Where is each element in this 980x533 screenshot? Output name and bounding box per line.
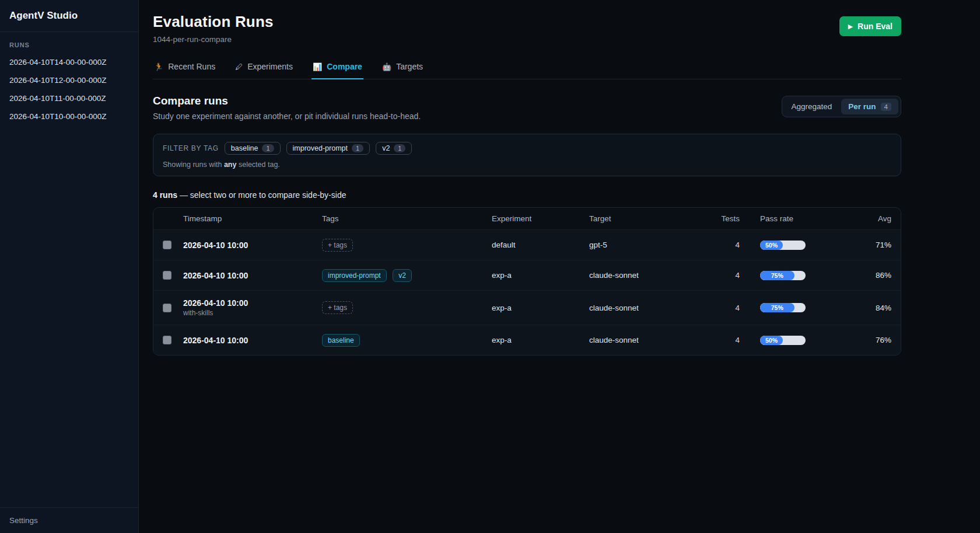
row-tag-chip[interactable]: baseline [322,334,360,347]
tag-name: baseline [231,144,258,152]
toggle-label: Aggregated [792,102,832,111]
row-timestamp: 2026-04-10 10:00 [183,298,322,308]
tab-label: Recent Runs [168,62,215,71]
tab-label: Targets [396,62,423,71]
col-tests: Tests [706,214,740,223]
tag-name: improved-prompt [293,144,348,152]
filter-row: FILTER BY TAG baseline 1 improved-prompt… [163,142,891,155]
col-target: Target [589,214,706,223]
filter-label: FILTER BY TAG [163,144,219,152]
row-avg: 86% [848,271,891,280]
pass-rate-fill: 75% [760,303,794,312]
row-checkbox[interactable] [163,336,172,344]
tag-count-badge: 1 [262,144,274,152]
row-target: gpt-5 [589,241,706,249]
sidebar-run-item[interactable]: 2026-04-10T14-00-00-000Z [0,53,138,71]
compare-subtitle: Study one experiment against another, or… [153,112,421,121]
filter-hint: Showing runs with any selected tag. [163,161,891,169]
tab-compare[interactable]: 📊 Compare [312,57,363,79]
table-row[interactable]: 2026-04-10 10:00 baseline exp-a claude-s… [153,325,901,355]
sidebar-run-item[interactable]: 2026-04-10T12-00-00-000Z [0,71,138,89]
run-eval-button[interactable]: ▶ Run Eval [839,16,901,36]
run-eval-label: Run Eval [858,22,892,31]
row-target: claude-sonnet [589,271,706,280]
row-tag-chip[interactable]: v2 [393,269,412,282]
row-target: claude-sonnet [589,336,706,344]
tag-count-badge: 1 [394,144,405,152]
pass-rate-bar: 75% [760,271,806,280]
play-icon: ▶ [848,23,853,30]
tab-label: Experiments [247,62,293,71]
tab-label: Compare [327,62,362,71]
filter-tag-baseline[interactable]: baseline 1 [225,142,281,155]
tab-recent-runs[interactable]: 🏃 Recent Runs [153,57,216,79]
row-experiment: exp-a [492,271,589,280]
row-checkbox[interactable] [163,271,172,280]
runner-icon: 🏃 [154,62,163,71]
row-experiment: default [492,241,589,249]
row-timestamp: 2026-04-10 10:00 [183,336,322,345]
filter-tag-v2[interactable]: v2 1 [376,142,412,155]
sidebar-run-item[interactable]: 2026-04-10T10-00-00-000Z [0,107,138,126]
pass-rate-bar: 75% [760,303,806,312]
pen-icon: 🖊 [235,62,243,71]
filter-tag-improved-prompt[interactable]: improved-prompt 1 [286,142,370,155]
add-tags-button[interactable]: + tags [322,301,353,314]
runs-table: Timestamp Tags Experiment Target Tests P… [153,207,901,356]
sidebar-run-item[interactable]: 2026-04-10T11-00-00-000Z [0,89,138,107]
compare-title: Compare runs [153,95,421,107]
compare-header: Compare runs Study one experiment agains… [153,95,901,121]
robot-icon: 🤖 [382,62,391,71]
row-checkbox[interactable] [163,241,172,249]
row-target: claude-sonnet [589,304,706,312]
row-timestamp: 2026-04-10 10:00 [183,241,322,250]
toggle-aggregated[interactable]: Aggregated [785,99,839,114]
row-avg: 84% [848,304,891,312]
page-subtitle: 1044-per-run-compare [153,35,274,44]
table-row[interactable]: 2026-04-10 10:00 + tags default gpt-5 4 … [153,229,901,260]
app-title: AgentV Studio [0,0,138,32]
settings-link[interactable]: Settings [0,507,138,533]
row-checkbox[interactable] [163,304,172,312]
runs-section-label: RUNS [0,32,138,53]
page-header-text: Evaluation Runs 1044-per-run-compare [153,13,274,44]
table-row[interactable]: 2026-04-10 10:00 improved-prompt v2 exp-… [153,260,901,290]
row-experiment: exp-a [492,304,589,312]
col-experiment: Experiment [492,214,589,223]
tab-experiments[interactable]: 🖊 Experiments [234,57,294,79]
app-root: AgentV Studio RUNS 2026-04-10T14-00-00-0… [0,0,980,533]
filter-panel: FILTER BY TAG baseline 1 improved-prompt… [153,134,901,176]
pass-rate-fill: 75% [760,271,794,280]
toggle-label: Per run [848,102,876,111]
row-tests: 4 [706,271,740,280]
row-avg: 71% [848,241,891,249]
runs-section: RUNS 2026-04-10T14-00-00-000Z 2026-04-10… [0,32,138,126]
pass-rate-fill: 50% [760,336,783,345]
col-pass-rate: Pass rate [740,214,848,223]
row-tests: 4 [706,336,740,344]
view-mode-toggle: Aggregated Per run 4 [782,96,901,117]
page-header: Evaluation Runs 1044-per-run-compare ▶ R… [153,13,901,44]
row-tests: 4 [706,241,740,249]
col-avg: Avg [848,214,891,223]
table-header-row: Timestamp Tags Experiment Target Tests P… [153,208,901,229]
filter-hint-mode: any [224,161,237,169]
runs-count: 4 runs [153,190,177,200]
tab-targets[interactable]: 🤖 Targets [381,57,424,79]
bar-chart-icon: 📊 [313,62,322,71]
page-title: Evaluation Runs [153,13,274,31]
row-experiment: exp-a [492,336,589,344]
row-tests: 4 [706,304,740,312]
col-tags: Tags [322,214,492,223]
row-timestamp: 2026-04-10 10:00 [183,271,322,280]
col-timestamp: Timestamp [183,214,322,223]
tag-count-badge: 1 [352,144,363,152]
pass-rate-bar: 50% [760,241,806,250]
row-tag-chip[interactable]: improved-prompt [322,269,387,282]
table-row[interactable]: 2026-04-10 10:00 with-skills + tags exp-… [153,290,901,325]
toggle-per-run[interactable]: Per run 4 [841,99,898,114]
sidebar: AgentV Studio RUNS 2026-04-10T14-00-00-0… [0,0,139,533]
row-avg: 76% [848,336,891,344]
row-sublabel: with-skills [183,309,322,317]
add-tags-button[interactable]: + tags [322,239,353,252]
